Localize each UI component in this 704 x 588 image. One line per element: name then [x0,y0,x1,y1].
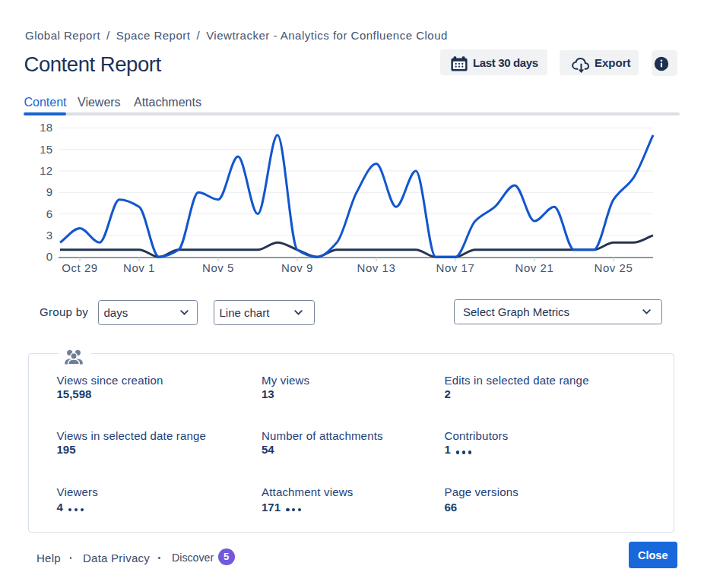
svg-text:Nov 9: Nov 9 [281,261,313,274]
svg-text:9: 9 [46,185,52,198]
svg-text:Nov 13: Nov 13 [357,261,396,274]
svg-text:18: 18 [40,121,52,134]
svg-text:Oct 29: Oct 29 [62,261,98,274]
svg-text:12: 12 [40,164,52,177]
svg-text:Nov 5: Nov 5 [202,261,234,274]
svg-text:Nov 21: Nov 21 [515,261,554,274]
svg-text:Nov 25: Nov 25 [595,261,633,274]
svg-text:0: 0 [46,250,52,263]
svg-text:6: 6 [46,207,52,220]
svg-text:15: 15 [40,143,52,156]
svg-text:3: 3 [46,229,52,242]
svg-text:Nov 1: Nov 1 [123,261,155,274]
svg-text:Nov 17: Nov 17 [436,261,475,274]
